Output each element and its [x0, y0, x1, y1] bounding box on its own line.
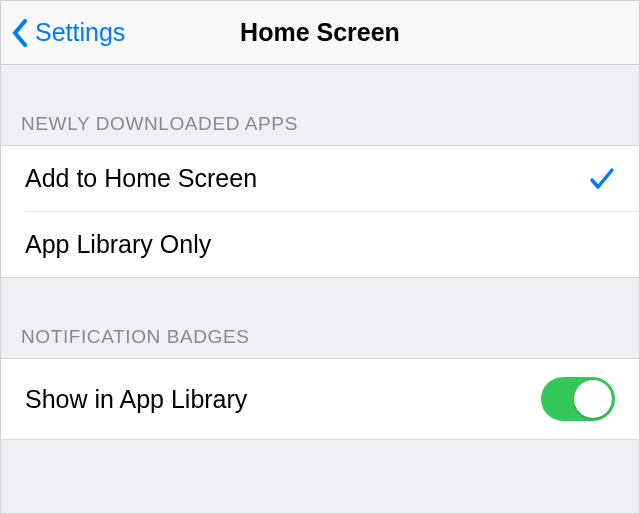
option-label: Add to Home Screen [25, 164, 257, 193]
row-show-in-app-library: Show in App Library [1, 359, 639, 439]
option-label: App Library Only [25, 230, 211, 259]
checkmark-icon [585, 167, 615, 191]
section-header-badges: NOTIFICATION BADGES [1, 278, 639, 358]
toggle-show-in-app-library[interactable] [541, 377, 615, 421]
option-add-to-home-screen[interactable]: Add to Home Screen [1, 146, 639, 211]
row-label: Show in App Library [25, 385, 247, 414]
section-header-new-apps: NEWLY DOWNLOADED APPS [1, 65, 639, 145]
group-badges: Show in App Library [1, 358, 639, 440]
back-button[interactable]: Settings [11, 1, 125, 64]
chevron-back-icon [11, 18, 29, 48]
toggle-knob [574, 380, 612, 418]
nav-bar: Settings Home Screen [1, 1, 639, 65]
group-new-apps: Add to Home Screen App Library Only [1, 145, 639, 278]
back-label: Settings [35, 18, 125, 47]
option-app-library-only[interactable]: App Library Only [1, 212, 639, 277]
